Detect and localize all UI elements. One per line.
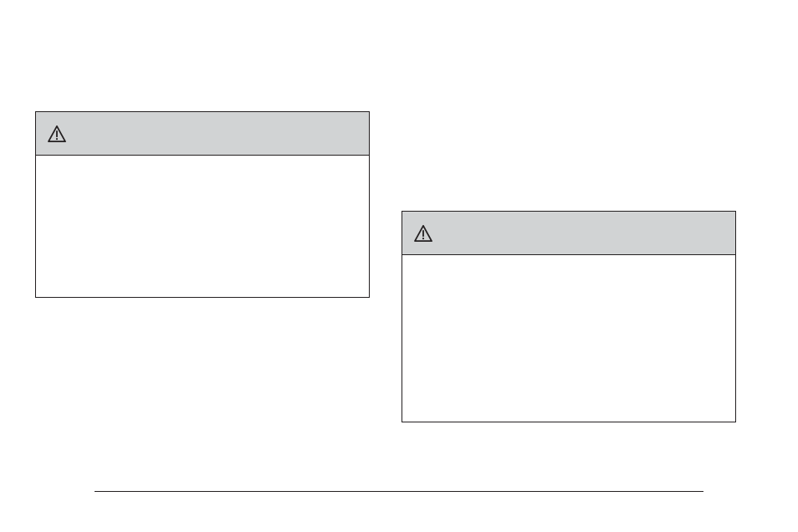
caution-header: [402, 212, 735, 255]
caution-header: [36, 112, 369, 156]
svg-point-1: [56, 138, 58, 140]
svg-point-3: [422, 238, 424, 239]
warning-icon: [414, 225, 432, 242]
horizontal-rule: [95, 491, 703, 492]
warning-icon: [48, 125, 66, 142]
caution-box-2: [402, 211, 736, 422]
caution-box-1: [35, 111, 370, 298]
caution-body: [402, 255, 735, 275]
caution-body: [36, 156, 369, 176]
